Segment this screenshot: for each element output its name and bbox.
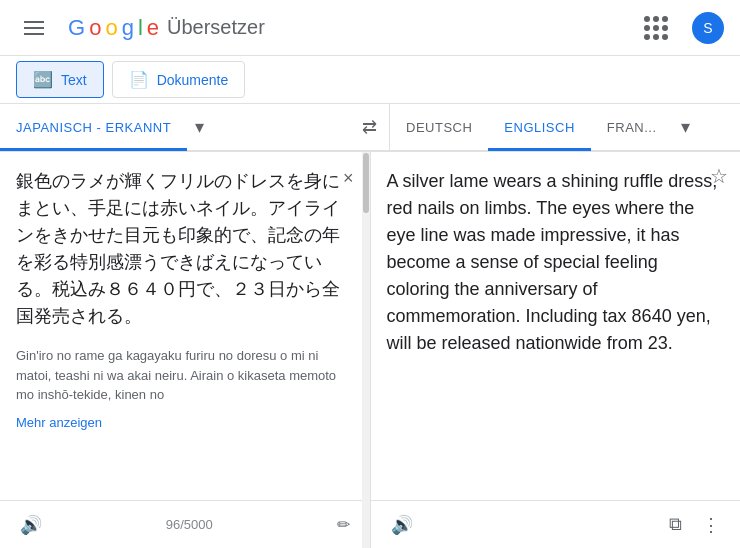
main-area: 銀色のラメが輝くフリルのドレスを身にまとい、手足には赤いネイル。アイラインをきか…	[0, 152, 740, 548]
language-bar: JAPANISCH - ERKANNT ▾ ⇄ DEUTSCH ENGLISCH…	[0, 104, 740, 152]
translate-icon: 🔤	[33, 70, 53, 89]
app-title: Übersetzer	[167, 16, 265, 39]
source-lang-section: JAPANISCH - ERKANNT ▾	[0, 102, 350, 152]
header-left: Google Übersetzer	[16, 13, 265, 43]
google-apps-icon[interactable]	[636, 8, 676, 48]
romanization-text: Gin'iro no rame ga kagayaku furiru no do…	[16, 346, 354, 405]
mehr-anzeigen-link[interactable]: Mehr anzeigen	[16, 415, 102, 430]
document-icon: 📄	[129, 70, 149, 89]
char-count: 96/5000	[50, 517, 329, 532]
copy-button[interactable]: ⧉	[661, 506, 690, 543]
logo-letter-g: G	[68, 15, 85, 41]
logo: Google Übersetzer	[68, 15, 265, 41]
source-lang-dropdown-icon[interactable]: ▾	[187, 102, 212, 152]
tab-dokumente-label: Dokumente	[157, 72, 229, 88]
right-panel: A silver lame wears a shining ruffle dre…	[371, 152, 741, 548]
logo-letter-g2: g	[122, 15, 134, 41]
star-button[interactable]: ☆	[710, 164, 728, 188]
right-action-icons: ⧉ ⋮	[661, 506, 728, 544]
header: Google Übersetzer S	[0, 0, 740, 56]
listen-left-button[interactable]: 🔊	[12, 506, 50, 544]
header-right: S	[636, 8, 724, 48]
logo-letter-l: l	[138, 15, 143, 41]
more-icon: ⋮	[702, 514, 720, 536]
tab-dokumente[interactable]: 📄 Dokumente	[112, 61, 246, 98]
left-scrollbar[interactable]	[362, 152, 370, 548]
logo-letter-o1: o	[89, 15, 101, 41]
left-panel: 銀色のラメが輝くフリルのドレスを身にまとい、手足には赤いネイル。アイラインをきか…	[0, 152, 371, 548]
edit-button[interactable]: ✏	[329, 507, 358, 542]
user-avatar[interactable]: S	[692, 12, 724, 44]
tab-text[interactable]: 🔤 Text	[16, 61, 104, 98]
target-lang-deutsch-button[interactable]: DEUTSCH	[390, 106, 488, 149]
more-options-button[interactable]: ⋮	[694, 506, 728, 544]
translation-text: A silver lame wears a shining ruffle dre…	[387, 168, 725, 357]
speaker-icon-right: 🔊	[391, 514, 413, 536]
close-input-button[interactable]: ×	[339, 164, 358, 193]
input-text: 銀色のラメが輝くフリルのドレスを身にまとい、手足には赤いネイル。アイラインをきか…	[16, 168, 354, 330]
hamburger-menu-icon[interactable]	[16, 13, 52, 43]
logo-letter-o2: o	[105, 15, 117, 41]
star-icon: ☆	[710, 165, 728, 187]
tab-text-label: Text	[61, 72, 87, 88]
target-lang-englisch-button[interactable]: ENGLISCH	[488, 106, 590, 149]
target-lang-section: DEUTSCH ENGLISCH FRAN... ▾	[390, 102, 740, 152]
tab-bar-top: 🔤 Text 📄 Dokumente	[0, 56, 740, 104]
swap-languages-button[interactable]: ⇄	[350, 116, 389, 138]
source-lang-button[interactable]: JAPANISCH - ERKANNT	[0, 106, 187, 149]
speaker-icon-left: 🔊	[20, 514, 42, 536]
logo-letter-e: e	[147, 15, 159, 41]
copy-icon: ⧉	[669, 514, 682, 535]
right-panel-bottom: 🔊 ⧉ ⋮	[371, 500, 741, 548]
pencil-icon: ✏	[337, 516, 350, 533]
swap-icon: ⇄	[362, 116, 377, 138]
target-lang-fran-button[interactable]: FRAN...	[591, 106, 673, 149]
target-lang-dropdown-icon[interactable]: ▾	[673, 102, 698, 152]
left-panel-bottom: 🔊 96/5000 ✏	[0, 500, 370, 548]
listen-right-button[interactable]: 🔊	[383, 506, 421, 544]
scrollbar-thumb-left	[363, 153, 369, 213]
